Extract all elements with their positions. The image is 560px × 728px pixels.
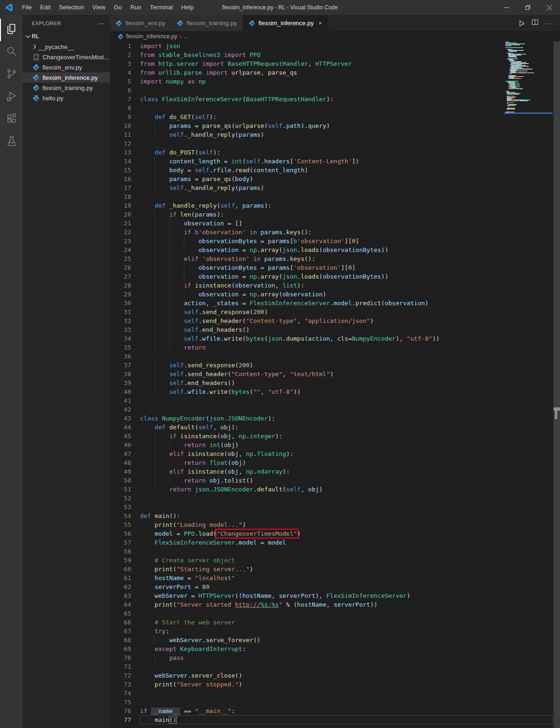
code-line-content: elif 'observation' in params.keys(): — [140, 254, 553, 263]
code-line-content: def _handle_reply(self, params): — [140, 201, 553, 210]
activitybar-explorer[interactable] — [0, 19, 22, 41]
code-line-content: self.wfile.write(bytes("", "utf-8")) — [140, 387, 553, 396]
line-number: 41 — [110, 396, 131, 405]
code-line-content: return json.JSONEncoder.default(self, ob… — [140, 485, 553, 494]
code-line: 15 body = self.rfile.read(content_length… — [110, 166, 560, 175]
line-number: 18 — [110, 192, 131, 201]
editor-more-actions-icon[interactable]: ··· — [545, 19, 553, 27]
menu-terminal[interactable]: Terminal — [146, 0, 177, 15]
menu-selection[interactable]: Selection — [55, 0, 88, 15]
minimize-icon[interactable] — [496, 0, 517, 15]
extensions-icon — [6, 113, 17, 126]
tab-flexsim-inference-py[interactable]: flexsim_inference.py× — [243, 15, 328, 31]
folder-label: RL — [32, 33, 39, 40]
code-line: 26 observationBytes = params['observatio… — [110, 263, 560, 272]
line-number: 38 — [110, 370, 131, 378]
python-file-icon — [33, 64, 40, 71]
sidebar-item-changeovertimesmodel-[interactable]: ChangeoverTimesModel.... — [22, 52, 110, 62]
code-line: 8 — [110, 104, 560, 112]
tab-close-icon[interactable]: × — [318, 20, 322, 27]
breadcrumb-symbol[interactable]: … — [183, 33, 189, 40]
split-editor-icon[interactable] — [532, 19, 539, 28]
code-line-content: model = PPO.load("ChangeoverTimesModel") — [140, 529, 553, 538]
line-number: 45 — [110, 432, 131, 441]
code-line-content: self.send_header("Content-type", "text/h… — [140, 370, 553, 378]
code-line-content: # Start the web server — [140, 618, 553, 627]
code-line: 47 elif isinstance(obj, np.floating): — [110, 449, 560, 458]
code-line: 9 def do_GET(self): — [110, 112, 560, 121]
code-line: 65 — [110, 609, 560, 618]
menu-view[interactable]: View — [88, 0, 110, 15]
code-line: 3from http.server import BaseHTTPRequest… — [110, 59, 560, 68]
breadcrumb-separator: › — [179, 33, 181, 40]
line-number: 64 — [110, 600, 131, 609]
line-number: 69 — [110, 644, 131, 653]
line-number: 28 — [110, 281, 131, 290]
code-line-content — [140, 405, 553, 414]
code-line: 27 observation = np.array(json.loads(obs… — [110, 272, 560, 281]
line-number: 14 — [110, 157, 131, 166]
line-number: 77 — [110, 715, 131, 724]
restore-icon[interactable] — [517, 0, 539, 15]
line-number: 33 — [110, 325, 131, 334]
sidebar-item-flexsim-env-py[interactable]: flexsim_env.py — [22, 62, 110, 72]
menu-file[interactable]: File — [18, 0, 36, 15]
code-line: 50 return obj.tolist() — [110, 476, 560, 485]
line-number: 3 — [110, 59, 131, 68]
run-python-file-button[interactable]: ⌄ — [518, 20, 525, 27]
breadcrumb-file[interactable]: flexsim_inference.py — [126, 33, 177, 40]
code-line: 25 elif 'observation' in params.keys(): — [110, 254, 560, 263]
tree-item-label: __pycache__ — [38, 43, 74, 50]
code-line: 77 main() — [110, 715, 560, 724]
sidebar-item-flexsim-training-py[interactable]: flexsim_training.py — [22, 83, 110, 93]
chevron-down-icon — [24, 33, 32, 40]
code-line-content: def do_GET(self): — [140, 112, 553, 121]
line-number: 72 — [110, 671, 131, 680]
sidebar-item-hello-py[interactable]: hello.py — [22, 93, 110, 103]
breadcrumb[interactable]: flexsim_inference.py › … — [110, 31, 560, 42]
menu-go[interactable]: Go — [110, 0, 126, 15]
code-line-content: if len(params): — [140, 210, 553, 219]
activitybar-extensions[interactable] — [0, 108, 22, 131]
close-icon[interactable] — [539, 0, 560, 15]
line-number: 39 — [110, 378, 131, 387]
line-number: 51 — [110, 485, 131, 494]
activitybar-source-control[interactable] — [0, 63, 22, 86]
line-number: 9 — [110, 112, 131, 121]
code-line: 5import numpy as np — [110, 77, 560, 86]
menu-edit[interactable]: Edit — [36, 0, 55, 15]
sidebar-item-root[interactable]: RL — [22, 31, 110, 42]
tab-flexsim-env-py[interactable]: flexsim_env.py — [110, 15, 171, 31]
line-number: 76 — [110, 707, 131, 715]
code-line-content: observation = np.array(json.loads(observ… — [140, 272, 553, 281]
editor-scrollbar[interactable] — [553, 42, 560, 728]
tab-flexsim-training-py[interactable]: flexsim_training.py — [171, 15, 243, 31]
sidebar-item--pycache-[interactable]: __pycache__ — [22, 42, 110, 52]
code-editor[interactable]: 1import json2from stable_baselines3 impo… — [110, 42, 560, 728]
code-line-content: params = parse_qs(urlparse(self.path).qu… — [140, 121, 553, 130]
activitybar-search[interactable] — [0, 41, 22, 63]
activitybar-run-and-debug[interactable] — [0, 86, 22, 108]
code-line-content: print("Server started http://%s:%s" % (h… — [140, 600, 553, 609]
menu-run[interactable]: Run — [126, 0, 146, 15]
code-line-content — [140, 689, 553, 698]
code-line: 48 return float(obj) — [110, 458, 560, 467]
code-line-content: webServer = HTTPServer((hostName, server… — [140, 591, 553, 600]
menu-help[interactable]: Help — [177, 0, 198, 15]
code-line-content: self.send_header("Content-type", "applic… — [140, 316, 553, 325]
line-number: 30 — [110, 299, 131, 308]
sidebar-item-flexsim-inference-py[interactable]: flexsim_inference.py — [22, 72, 110, 83]
code-line: 6 — [110, 86, 560, 95]
explorer-more-actions-icon[interactable]: ⋯ — [98, 20, 105, 27]
minimap[interactable] — [504, 42, 553, 113]
code-line: 49 elif isinstance(obj, np.ndarray): — [110, 467, 560, 476]
line-number: 68 — [110, 636, 131, 644]
run-dropdown-chevron-icon[interactable]: ⌄ — [521, 21, 525, 26]
file-tree: RL__pycache__ChangeoverTimesModel....fle… — [22, 31, 110, 103]
code-line-content: self.end_headers() — [140, 325, 553, 334]
activitybar-testing[interactable] — [0, 131, 22, 153]
code-line-content — [140, 698, 553, 707]
line-number: 4 — [110, 68, 131, 77]
line-number: 1 — [110, 42, 131, 50]
code-line: 61 hostName = "localhost" — [110, 574, 560, 582]
